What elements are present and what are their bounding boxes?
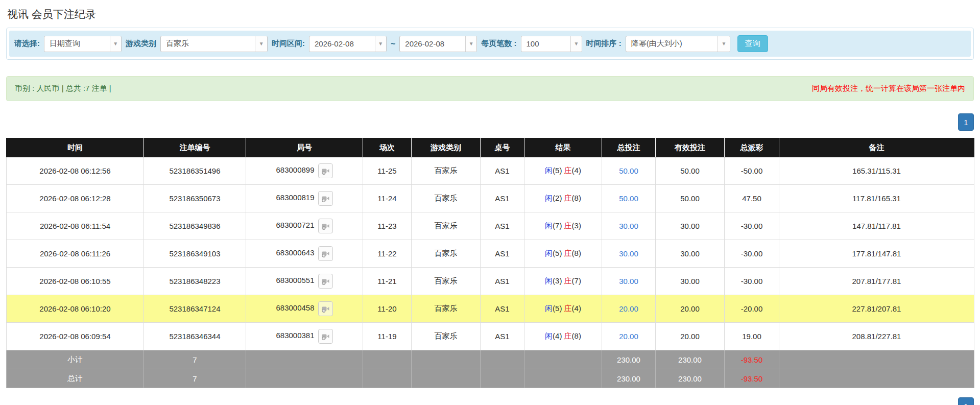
result-player-count: (4) xyxy=(553,331,562,340)
total-bet-amount: 30.00 xyxy=(619,277,638,285)
table-row: 2026-02-08 06:10:20523186347124683000458… xyxy=(7,295,974,323)
result-player-count: (5) xyxy=(553,304,562,313)
cell-valid-bet: 50.00 xyxy=(656,185,725,212)
cell-valid-bet: 30.00 xyxy=(656,268,725,295)
page-button-1[interactable]: 1 xyxy=(958,113,974,131)
page-button-1[interactable]: 1 xyxy=(958,397,974,405)
round-id-text: 683000458 xyxy=(276,303,314,312)
cell-round-id: 683000458 xyxy=(246,295,363,323)
cell-remark: 165.31/115.31 xyxy=(779,157,974,185)
table-footer-row: 总计7230.00230.00-93.50 xyxy=(7,369,974,388)
date-from-select[interactable]: ▼ xyxy=(309,36,387,52)
result-player-label: 闲 xyxy=(545,221,553,230)
column-header-8: 有效投注 xyxy=(656,138,725,157)
video-replay-button[interactable] xyxy=(318,191,333,206)
footer-count: 7 xyxy=(144,350,246,369)
column-header-5: 桌号 xyxy=(481,138,524,157)
video-replay-button[interactable] xyxy=(318,163,333,178)
chevron-down-icon[interactable]: ▼ xyxy=(110,36,122,52)
video-replay-button[interactable] xyxy=(318,274,333,289)
table-row: 2026-02-08 06:11:54523186349836683000721… xyxy=(7,212,974,240)
round-id-text: 683000643 xyxy=(276,248,314,257)
query-type-select[interactable]: ▼ xyxy=(44,36,122,52)
video-replay-button[interactable] xyxy=(318,301,333,316)
footer-empty xyxy=(246,350,363,369)
date-from-value[interactable] xyxy=(309,36,375,52)
chevron-down-icon[interactable]: ▼ xyxy=(375,36,387,52)
result-player-count: (2) xyxy=(553,194,562,202)
date-to-value[interactable] xyxy=(400,36,465,52)
game-type-value[interactable] xyxy=(161,36,255,52)
round-id-text: 683000551 xyxy=(276,276,314,284)
table-row: 2026-02-08 06:12:56523186351496683000899… xyxy=(7,157,974,185)
cell-time: 2026-02-08 06:11:54 xyxy=(7,212,144,240)
page-title: 视讯 会员下注纪录 xyxy=(6,0,974,28)
query-type-value[interactable] xyxy=(44,36,110,52)
time-range-label: 时间区间: xyxy=(272,39,305,49)
cell-round-id: 683000819 xyxy=(246,185,363,212)
footer-empty xyxy=(363,369,412,388)
table-row: 2026-02-08 06:12:28523186350673683000819… xyxy=(7,185,974,212)
cell-round-id: 683000721 xyxy=(246,212,363,240)
date-to-select[interactable]: ▼ xyxy=(399,36,477,52)
cell-round-id: 683000381 xyxy=(246,323,363,350)
cell-result: 闲(3) 庄(7) xyxy=(524,268,602,295)
cell-bet-id: 523186347124 xyxy=(144,295,246,323)
cell-session: 11-25 xyxy=(363,157,412,185)
result-banker-count: (3) xyxy=(572,221,581,230)
game-type-select[interactable]: ▼ xyxy=(160,36,268,52)
cell-result: 闲(7) 庄(3) xyxy=(524,212,602,240)
filter-panel: 请选择: ▼ 游戏类别 ▼ 时间区间: ▼ ~ ▼ 每页笔数 : xyxy=(6,28,974,60)
table-body: 2026-02-08 06:12:56523186351496683000899… xyxy=(7,157,974,388)
cell-bet-id: 523186351496 xyxy=(144,157,246,185)
footer-label: 小计 xyxy=(7,350,144,369)
summary-currency-count: 币别 : 人民币 | 总共 :7 注单 | xyxy=(15,84,111,93)
chevron-down-icon[interactable]: ▼ xyxy=(570,36,581,52)
cell-table-no: AS1 xyxy=(481,268,524,295)
cell-time: 2026-02-08 06:12:28 xyxy=(7,185,144,212)
cell-valid-bet: 20.00 xyxy=(656,295,725,323)
result-banker-count: (4) xyxy=(572,304,581,313)
betting-records-table: 时间注单编号局号场次游戏类别桌号结果总投注有效投注总派彩备注 2026-02-0… xyxy=(6,138,974,388)
cell-payout: 19.00 xyxy=(725,323,779,350)
result-player-count: (7) xyxy=(553,221,562,230)
filter-bar: 请选择: ▼ 游戏类别 ▼ 时间区间: ▼ ~ ▼ 每页笔数 : xyxy=(9,31,971,57)
footer-empty xyxy=(481,369,524,388)
page-size-value[interactable] xyxy=(521,36,571,52)
result-player-count: (5) xyxy=(553,166,562,175)
footer-total-bet: 230.00 xyxy=(602,350,656,369)
pagination-top: 1 xyxy=(6,113,974,131)
video-replay-button[interactable] xyxy=(318,329,333,344)
cell-result: 闲(5) 庄(8) xyxy=(524,240,602,268)
cell-time: 2026-02-08 06:10:55 xyxy=(7,268,144,295)
column-header-1: 注单编号 xyxy=(144,138,246,157)
result-banker-count: (8) xyxy=(572,194,581,202)
search-button[interactable]: 查询 xyxy=(737,35,768,52)
footer-count: 7 xyxy=(144,369,246,388)
result-banker-count: (7) xyxy=(572,276,581,285)
chevron-down-icon[interactable]: ▼ xyxy=(255,36,267,52)
sort-order-value[interactable] xyxy=(626,36,718,52)
result-player-label: 闲 xyxy=(545,194,553,202)
total-bet-amount: 20.00 xyxy=(619,332,638,341)
cell-time: 2026-02-08 06:12:56 xyxy=(7,157,144,185)
cell-bet-id: 523186349836 xyxy=(144,212,246,240)
cell-payout: 47.50 xyxy=(725,185,779,212)
cell-valid-bet: 30.00 xyxy=(656,212,725,240)
result-banker-label: 庄 xyxy=(564,304,572,313)
table-header-row: 时间注单编号局号场次游戏类别桌号结果总投注有效投注总派彩备注 xyxy=(7,138,974,157)
video-replay-button[interactable] xyxy=(318,219,333,233)
cell-time: 2026-02-08 06:11:26 xyxy=(7,240,144,268)
video-replay-button[interactable] xyxy=(318,246,333,261)
chevron-down-icon[interactable]: ▼ xyxy=(718,36,730,52)
page-size-select[interactable]: ▼ xyxy=(521,36,582,52)
cell-table-no: AS1 xyxy=(481,323,524,350)
cell-payout: -30.00 xyxy=(725,240,779,268)
video-icon xyxy=(321,194,330,203)
chevron-down-icon[interactable]: ▼ xyxy=(465,36,477,52)
footer-label: 总计 xyxy=(7,369,144,388)
result-player-label: 闲 xyxy=(545,331,553,340)
sort-order-select[interactable]: ▼ xyxy=(626,36,730,52)
cell-remark: 207.81/177.81 xyxy=(779,268,974,295)
cell-payout: -20.00 xyxy=(725,295,779,323)
